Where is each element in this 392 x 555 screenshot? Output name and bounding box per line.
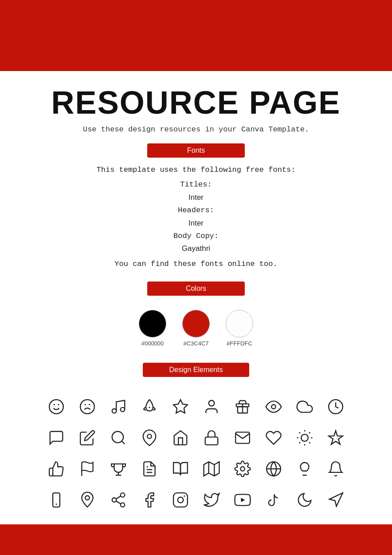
svg-rect-45 [173, 493, 188, 507]
star-icon [165, 391, 196, 422]
share-icon [103, 484, 134, 515]
svg-line-44 [116, 496, 121, 499]
page-title: RESOURCE PAGE [51, 84, 341, 121]
colors-badge: Colors [147, 281, 245, 296]
svg-line-26 [299, 442, 300, 443]
svg-point-17 [147, 434, 152, 439]
svg-rect-18 [205, 437, 218, 445]
swatch-white-label: #FFFDFC [227, 340, 252, 347]
svg-point-10 [209, 400, 215, 406]
swatch-white: #FFFDFC [226, 310, 253, 347]
svg-marker-48 [241, 498, 245, 503]
svg-point-34 [240, 467, 245, 472]
svg-point-47 [184, 496, 185, 497]
map-icon [196, 453, 227, 484]
subtitle: Use these design resources in your Canva… [83, 125, 309, 134]
svg-point-3 [80, 400, 94, 414]
color-swatches: #000000 #C3C4C7 #FFFDFC [27, 310, 365, 347]
font-body-value: Gayathri [27, 242, 365, 255]
file-text-icon [134, 453, 165, 484]
sun-icon [289, 422, 320, 453]
book-open-icon [165, 453, 196, 484]
search-icon [103, 422, 134, 453]
fonts-intro: This template uses the following free fo… [27, 166, 365, 174]
top-bar [0, 0, 392, 71]
svg-line-22 [299, 432, 300, 433]
lock-icon [196, 422, 227, 453]
smile-icon [41, 391, 72, 422]
design-elements-section [27, 385, 365, 515]
smartphone-icon [41, 484, 72, 515]
svg-point-13 [271, 405, 276, 409]
swatch-red-circle [182, 310, 210, 337]
swatch-white-circle [226, 310, 253, 337]
swatch-red-label: #C3C4C7 [183, 340, 208, 347]
gift-icon [227, 391, 258, 422]
message-circle-icon [41, 422, 72, 453]
svg-point-6 [112, 409, 117, 413]
cloud-icon [289, 391, 320, 422]
svg-point-46 [178, 497, 184, 503]
tiktok-icon [258, 484, 289, 515]
pin-icon [134, 422, 165, 453]
instagram-icon [165, 484, 196, 515]
svg-point-42 [121, 503, 125, 507]
font-headers-value: Inter [27, 217, 365, 230]
svg-line-16 [122, 441, 125, 444]
svg-point-19 [301, 434, 308, 441]
svg-point-15 [112, 432, 123, 443]
svg-rect-37 [53, 493, 60, 507]
bottom-bar [0, 524, 392, 555]
swatch-red: #C3C4C7 [182, 310, 210, 347]
thumbs-up-icon [41, 453, 72, 484]
fonts-section: This template uses the following free fo… [27, 166, 365, 277]
svg-point-39 [85, 496, 90, 500]
swatch-black: #000000 [139, 310, 166, 347]
globe-icon [258, 453, 289, 484]
moon-icon [289, 484, 320, 515]
font-titles-value: Inter [27, 191, 365, 204]
fonts-badge: Fonts [147, 143, 245, 158]
eye-icon [258, 391, 289, 422]
font-headers-label: Headers: [27, 204, 365, 217]
svg-point-41 [112, 498, 117, 503]
heart-icon [258, 422, 289, 453]
svg-line-23 [309, 442, 310, 443]
svg-line-27 [309, 432, 310, 433]
facebook-icon [134, 484, 165, 515]
colors-section: #000000 #C3C4C7 #FFFDFC [27, 304, 365, 356]
megaphone-icon [320, 484, 351, 515]
rocket-icon [134, 391, 165, 422]
font-titles-label: Titles: [27, 178, 365, 191]
lightbulb-icon [289, 453, 320, 484]
main-content: RESOURCE PAGE Use these design resources… [0, 71, 392, 524]
swatch-black-circle [139, 310, 166, 337]
settings-icon [227, 453, 258, 484]
svg-marker-31 [204, 462, 220, 476]
font-body-label: Body Copy: [27, 230, 365, 243]
sparkle-icon [320, 422, 351, 453]
user-icon [196, 391, 227, 422]
clock-icon [320, 391, 351, 422]
youtube-icon [227, 484, 258, 515]
design-elements-badge: Design Elements [143, 363, 250, 377]
mail-icon [227, 422, 258, 453]
frown-icon [72, 391, 103, 422]
fonts-footer: You can find these fonts online too. [27, 260, 365, 268]
bell-icon [320, 453, 351, 484]
svg-point-7 [121, 408, 125, 412]
twitter-icon [196, 484, 227, 515]
svg-point-40 [121, 493, 125, 498]
flag-icon [72, 453, 103, 484]
location-icon [72, 484, 103, 515]
icons-grid [27, 391, 365, 515]
svg-point-0 [49, 400, 63, 414]
home-icon [165, 422, 196, 453]
trophy-icon [103, 453, 134, 484]
svg-marker-9 [173, 400, 188, 413]
svg-point-8 [149, 407, 150, 408]
edit-icon [72, 422, 103, 453]
music-icon [103, 391, 134, 422]
swatch-black-label: #000000 [141, 340, 164, 347]
svg-line-43 [116, 501, 121, 504]
